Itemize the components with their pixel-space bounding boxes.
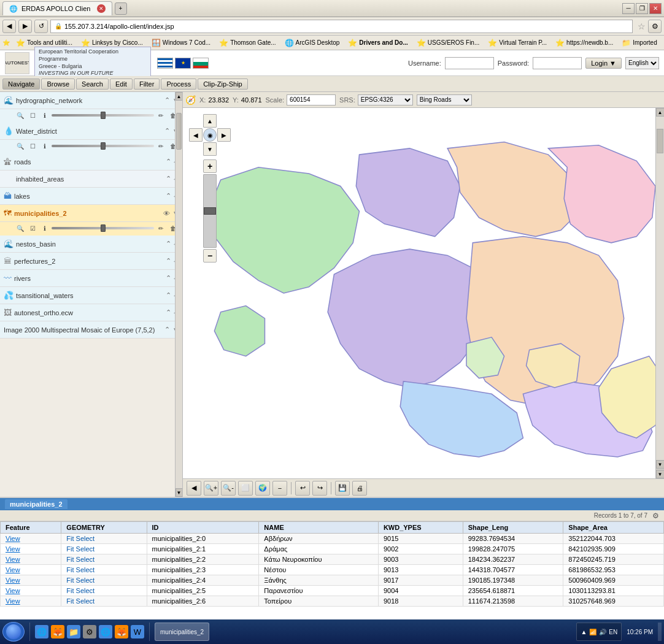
process-button[interactable]: Process [161,79,196,90]
layer-visibility-transitional[interactable]: ⌃ [166,291,171,299]
navigate-button[interactable]: Navigate [2,79,40,90]
save-button[interactable]: 💾 [335,481,350,496]
prev-extent-button[interactable]: ◀ [187,481,201,496]
zoom-minus-btn[interactable]: − [272,481,287,496]
taskbar-ie-icon[interactable]: 🌐 [35,625,48,638]
redo-button[interactable]: ↪ [312,481,327,496]
layer-item-ortho[interactable]: 🖼 autonest_ortho.ecw ⌃ ◁ [0,304,182,321]
taskbar-firefox-icon[interactable]: 🦊 [51,625,64,638]
password-input[interactable] [533,57,582,69]
opacity-slider-hydrographic[interactable] [52,114,154,117]
layer-item-municipalities[interactable]: 🗺 municipalities_2 👁 ▼ [0,205,182,222]
data-table-wrapper[interactable]: Feature GEOMETRY ID NAME KWD_YPES Shape_… [0,521,664,619]
srs-select[interactable]: EPSG:4326 [358,94,413,105]
fit-select-link[interactable]: Fit Select [61,544,147,554]
start-button[interactable] [2,622,25,642]
region-center-purple[interactable] [328,249,485,388]
tools-button[interactable]: ⚙ [648,20,662,33]
layer-info-mun[interactable]: ℹ [39,223,50,233]
username-input[interactable] [445,57,494,69]
pan-down-button[interactable]: ▼ [203,142,217,156]
minimize-button[interactable]: ─ [622,3,635,14]
language-select[interactable]: English [625,57,659,69]
layer-item-transitional[interactable]: 💦 tsansitional_waters ⌃ ◁ [0,287,182,304]
forward-button[interactable]: ▶ [18,20,32,33]
layer-visibility-prefectures[interactable]: ⌃ [166,257,171,265]
layer-item-prefectures[interactable]: 🏛 perfectures_2 ⌃ ◁ [0,253,182,270]
layer-visibility-inhabited[interactable]: ⌃ [166,175,171,183]
layer-visibility-rivers[interactable]: ⌃ [166,274,171,282]
layer-item-lakes[interactable]: 🏔 lakes ⌃ ◁ [0,188,182,205]
layer-select-btn[interactable]: ☐ [27,110,38,120]
layer-style-mun[interactable]: ✏ [155,223,166,233]
tray-arrow[interactable]: ▲ [581,629,587,635]
tab-close-button[interactable]: ✕ [97,4,106,13]
taskbar-settings-icon[interactable]: ⚙ [83,625,96,638]
bookmark-usgs[interactable]: ⭐USGS/EROS Fin... [413,37,483,48]
restore-button[interactable]: ❐ [636,3,648,14]
layer-item-hydrographic[interactable]: 🌊 hydrographic_network ⌃ ▼ [0,92,182,109]
layer-item-roads[interactable]: 🛣 roads ⌃ ◁ [0,153,182,171]
layer-style-btn[interactable]: ✏ [155,110,166,120]
bookmark-arcgis[interactable]: 🌐ArcGIS Desktop [281,37,344,48]
fit-select-link[interactable]: Fit Select [61,596,147,607]
bookmark-newdb[interactable]: ⭐https://newdb.b... [552,37,617,48]
layer-item-nestos[interactable]: 🌊 nestos_basin ⌃ ◁ [0,236,182,253]
layer-visibility-nestos[interactable]: ⌃ [166,240,171,248]
view-link[interactable]: View [1,534,61,544]
fit-select-link[interactable]: Fit Select [61,554,147,565]
map-scroll-up[interactable]: ▲ [656,108,665,117]
filter-button[interactable]: Filter [134,79,160,90]
close-button[interactable]: ✕ [649,3,662,14]
fit-select-link[interactable]: Fit Select [61,586,147,596]
print-button[interactable]: 🖨 [352,481,367,496]
layer-visibility-ortho[interactable]: ⌃ [166,309,171,316]
map-canvas[interactable]: ▲ ◀ ◉ ▶ ▼ + [183,108,655,478]
layer-visibility-image2000[interactable]: ⌃ [164,326,170,334]
new-tab-button[interactable]: + [115,2,127,15]
region-purple-top[interactable] [356,148,460,237]
pan-left-button[interactable]: ◀ [189,128,203,142]
scroll-up-arrow[interactable]: ▲ [176,92,183,101]
scroll-thumb[interactable] [176,113,182,150]
view-link[interactable]: View [1,554,61,565]
fit-select-link[interactable]: Fit Select [61,534,147,544]
layer-panel-scrollbar[interactable]: ▲ ▼ [175,92,182,497]
view-link[interactable]: View [1,596,61,607]
reload-button[interactable]: ↺ [34,20,48,33]
layer-eye-municipalities[interactable]: 👁 [163,210,170,217]
opacity-slider-mun[interactable] [52,227,154,229]
scale-input[interactable] [287,94,336,105]
fit-select-link[interactable]: Fit Select [61,575,147,586]
taskbar-municipalities-btn[interactable]: municipalities_2 [155,623,209,641]
layer-item-rivers[interactable]: 〰 rivers ⌃ ◁ [0,270,182,287]
bookmark-vtp[interactable]: ⭐Virtual Terrain P... [484,37,550,48]
map-scroll-thumb[interactable] [657,129,663,153]
layer-item-image2000[interactable]: Image 2000 Multispectral Mosaic of Europ… [0,321,182,339]
zoom-world-tool[interactable]: 🌍 [255,481,270,496]
edit-button[interactable]: Edit [110,79,133,90]
zoom-in-tool[interactable]: 🔍+ [204,481,218,496]
bookmark-thomson[interactable]: ⭐Thomson Gate... [215,37,279,48]
view-link[interactable]: View [1,586,61,596]
zoom-out-button[interactable]: − [203,249,217,263]
layer-zoom-btn[interactable]: 🔍 [15,110,26,120]
map-page-down[interactable]: ▼ [656,470,665,478]
taskbar-browser2-icon[interactable]: 🌐 [99,625,112,638]
layer-style-water[interactable]: ✏ [155,141,166,151]
undo-button[interactable]: ↩ [295,481,310,496]
taskbar-folder-icon[interactable]: 📁 [67,625,80,638]
region-pink[interactable] [548,145,655,243]
browser-tab[interactable]: 🌐 ERDAS APOLLO Clien ✕ [2,1,112,15]
bookmark-imported[interactable]: 📁Imported [618,37,660,48]
pan-up-button[interactable]: ▲ [203,114,217,128]
region-peninsula[interactable] [214,306,264,356]
lang-indicator[interactable]: EN [609,629,617,635]
tray-sound[interactable]: 🔊 [599,629,606,635]
fit-select-link[interactable]: Fit Select [61,565,147,575]
compass-icon[interactable]: 🧭 [185,95,196,105]
layer-select-water[interactable]: ☐ [27,141,38,151]
taskbar-word-icon[interactable]: W [131,625,144,638]
show-desktop-button[interactable] [658,623,662,641]
data-table-tab-label[interactable]: municipalities_2 [5,499,68,509]
